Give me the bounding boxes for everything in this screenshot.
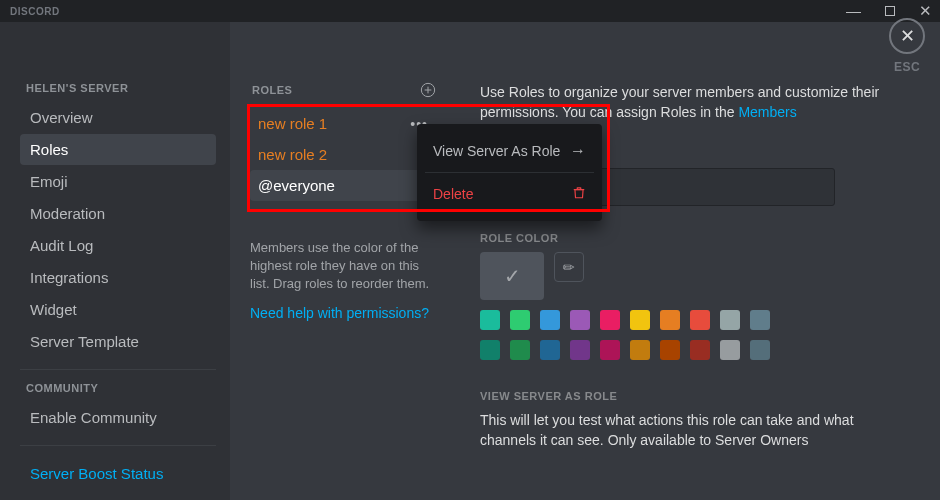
- color-swatch[interactable]: [540, 340, 560, 360]
- color-swatch[interactable]: [630, 310, 650, 330]
- view-as-role-label: VIEW SERVER AS ROLE: [480, 390, 880, 402]
- roles-description: Use Roles to organize your server member…: [480, 82, 880, 122]
- sidebar-item-roles[interactable]: Roles: [20, 134, 216, 165]
- color-swatch[interactable]: [750, 310, 770, 330]
- color-swatch[interactable]: [600, 340, 620, 360]
- sidebar-item-audit-log[interactable]: Audit Log: [20, 230, 216, 261]
- divider: [20, 369, 216, 370]
- role-item[interactable]: new role 2: [250, 139, 436, 170]
- close-icon: ✕: [889, 18, 925, 54]
- swatch-row-1: [480, 310, 880, 330]
- maximize-icon[interactable]: [885, 5, 895, 17]
- title-bar: DISCORD — ✕: [0, 0, 940, 22]
- sidebar-item-server-template[interactable]: Server Template: [20, 326, 216, 357]
- app-logo-text: DISCORD: [10, 6, 60, 17]
- sidebar-item-emoji[interactable]: Emoji: [20, 166, 216, 197]
- eyedropper-icon: ✎: [559, 257, 579, 277]
- sidebar-header-community: COMMUNITY: [26, 382, 216, 394]
- color-swatch[interactable]: [570, 340, 590, 360]
- swatch-row-2: [480, 340, 880, 360]
- members-link[interactable]: Members: [738, 104, 796, 120]
- menu-separator: [425, 172, 594, 173]
- ctx-delete-role[interactable]: Delete: [425, 175, 594, 213]
- color-swatch[interactable]: [480, 310, 500, 330]
- sidebar-item-overview[interactable]: Overview: [20, 102, 216, 133]
- view-as-role-description: This will let you test what actions this…: [480, 410, 880, 450]
- role-settings-pane: ✕ ESC Use Roles to organize your server …: [450, 22, 940, 500]
- window-close-icon[interactable]: ✕: [919, 5, 932, 17]
- roles-list-panel: ROLES new role 1 ••• new role 2 @everyon…: [230, 22, 450, 500]
- roles-hint-text: Members use the color of the highest rol…: [250, 239, 436, 293]
- ctx-view-as-role[interactable]: View Server As Role →: [425, 132, 594, 170]
- default-color-swatch[interactable]: ✓: [480, 252, 544, 300]
- divider: [20, 445, 216, 446]
- role-color-label: ROLE COLOR: [480, 232, 880, 244]
- color-swatch[interactable]: [690, 310, 710, 330]
- color-swatch[interactable]: [690, 340, 710, 360]
- color-swatch[interactable]: [720, 340, 740, 360]
- role-label: new role 1: [258, 115, 327, 132]
- permissions-help-link[interactable]: Need help with permissions?: [250, 305, 436, 321]
- role-item-everyone[interactable]: @everyone: [250, 170, 436, 201]
- sidebar-item-server-boost[interactable]: Server Boost Status: [20, 458, 216, 489]
- color-swatch[interactable]: [480, 340, 500, 360]
- color-swatch[interactable]: [510, 310, 530, 330]
- color-swatch[interactable]: [660, 340, 680, 360]
- sidebar-item-moderation[interactable]: Moderation: [20, 198, 216, 229]
- color-swatch[interactable]: [600, 310, 620, 330]
- roles-header-label: ROLES: [252, 84, 292, 96]
- role-item[interactable]: new role 1 •••: [250, 108, 436, 139]
- color-swatch[interactable]: [630, 340, 650, 360]
- color-swatch[interactable]: [720, 310, 740, 330]
- minimize-icon[interactable]: —: [846, 5, 861, 17]
- role-label: new role 2: [258, 146, 327, 163]
- check-icon: ✓: [504, 264, 521, 288]
- close-label: ESC: [878, 60, 936, 74]
- arrow-right-icon: →: [570, 142, 586, 160]
- add-role-icon[interactable]: [420, 82, 436, 98]
- custom-color-button[interactable]: ✎: [554, 252, 584, 282]
- role-context-menu: View Server As Role → Delete: [417, 124, 602, 221]
- color-swatch[interactable]: [570, 310, 590, 330]
- sidebar-item-integrations[interactable]: Integrations: [20, 262, 216, 293]
- close-settings-button[interactable]: ✕ ESC: [878, 18, 936, 74]
- sidebar-item-enable-community[interactable]: Enable Community: [20, 402, 216, 433]
- sidebar-header-server: HELEN'S SERVER: [26, 82, 216, 94]
- sidebar-item-widget[interactable]: Widget: [20, 294, 216, 325]
- color-swatch[interactable]: [510, 340, 530, 360]
- settings-sidebar: HELEN'S SERVER Overview Roles Emoji Mode…: [0, 22, 230, 500]
- color-swatch[interactable]: [660, 310, 680, 330]
- color-swatch[interactable]: [750, 340, 770, 360]
- trash-icon: [572, 185, 586, 203]
- role-label: @everyone: [258, 177, 335, 194]
- color-swatch[interactable]: [540, 310, 560, 330]
